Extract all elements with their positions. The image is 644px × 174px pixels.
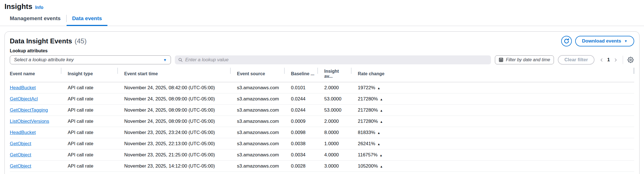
search-placeholder: Enter a lookup value (185, 57, 229, 63)
filter-toolbar: Select a lookup attribute key ▼ Enter a … (10, 55, 634, 65)
insight-type-cell: API call rate (61, 116, 117, 127)
download-events-button[interactable]: Download events ▼ (575, 36, 634, 46)
column-header-event-source[interactable]: Event source (230, 67, 284, 82)
insight-average-cell: 4.0000 (318, 149, 351, 161)
page-header: Insights Info (0, 0, 644, 11)
baseline-cell: 0.0009 (284, 116, 318, 127)
event-start-time-cell: November 23, 2025, 14:12:00 (UTC-05:00) (117, 161, 230, 172)
table-row: GetObjectTagging API call rate November … (10, 105, 634, 116)
rate-change-value: 217280% (358, 119, 378, 124)
tab-data-events[interactable]: Data events (67, 15, 108, 26)
column-header-event-start-time[interactable]: Event start time (117, 67, 230, 82)
rate-change-cell: 217280%▲ (351, 93, 634, 105)
insight-average-cell: 53.0000 (318, 105, 351, 116)
lookup-value-search-input[interactable]: Enter a lookup value (175, 55, 491, 64)
table-row: PutObject API call rate November 23, 202… (10, 172, 634, 174)
caret-down-icon: ▼ (163, 58, 167, 62)
panel-title: Data Insight Events (10, 37, 72, 45)
next-page-button[interactable] (614, 58, 618, 62)
baseline-cell: 0.0244 (284, 93, 318, 105)
panel-count: (45) (75, 37, 87, 45)
chevron-right-icon (614, 58, 618, 62)
rate-up-arrow-icon: ▲ (377, 86, 380, 90)
event-name-link[interactable]: GetObjectAcl (10, 96, 38, 102)
insight-type-cell: API call rate (61, 82, 117, 93)
clear-filter-button[interactable]: Clear filter (558, 55, 594, 65)
event-name-link[interactable]: GetObject (10, 152, 31, 157)
tab-management-events[interactable]: Management events (10, 15, 66, 26)
rate-up-arrow-icon: ▲ (380, 120, 383, 123)
column-header-rate-change[interactable]: Rate change (351, 67, 634, 82)
insight-average-cell: 2.0000 (318, 82, 351, 93)
current-page-number[interactable]: 1 (607, 57, 610, 63)
info-link[interactable]: Info (35, 5, 43, 10)
rate-up-arrow-icon: ▲ (380, 98, 383, 101)
rate-up-arrow-icon: ▲ (377, 131, 380, 135)
rate-up-arrow-icon: ▲ (380, 154, 383, 157)
rate-change-cell: 26241%▲ (351, 138, 634, 149)
event-name-link[interactable]: HeadBucket (10, 130, 36, 135)
insight-type-cell: API call rate (61, 172, 117, 174)
gear-icon (627, 57, 634, 63)
insight-average-cell: 2.0000 (318, 116, 351, 127)
column-header-insight-type[interactable]: Insight type (61, 67, 117, 82)
refresh-button[interactable] (561, 36, 572, 46)
table-preferences-button[interactable] (627, 57, 634, 63)
event-start-time-cell: November 23, 2025, 22:13:00 (UTC-05:00) (117, 138, 230, 149)
data-insight-events-panel: Data Insight Events (45) Download events… (4, 31, 640, 174)
event-start-time-cell: November 23, 2025, 21:25:00 (UTC-05:00) (117, 149, 230, 161)
lookup-attribute-select-placeholder: Select a lookup attribute key (14, 57, 74, 63)
event-start-time-cell: November 23, 2025, 14:09:00 (UTC-05:00) (117, 172, 230, 174)
rate-up-arrow-icon: ▲ (380, 109, 383, 112)
insight-average-cell: 3.0000 (318, 161, 351, 172)
event-name-link[interactable]: GetObject (10, 141, 31, 146)
table-body: HeadBucket API call rate November 24, 20… (10, 82, 634, 174)
refresh-icon (564, 38, 569, 44)
event-source-cell: s3.amazonaws.com (230, 93, 284, 105)
calendar-icon (499, 58, 503, 62)
event-source-cell: s3.amazonaws.com (230, 149, 284, 161)
insight-average-cell: 40.0000 (318, 172, 351, 174)
event-start-time-cell: November 24, 2025, 08:42:00 (UTC-05:00) (117, 82, 230, 93)
table-row: GetObject API call rate November 23, 202… (10, 149, 634, 161)
search-icon (178, 58, 183, 62)
insight-type-cell: API call rate (61, 105, 117, 116)
event-name-link[interactable]: GetObject (10, 163, 31, 169)
event-name-link[interactable]: GetObjectTagging (10, 107, 48, 113)
event-start-time-cell: November 23, 2025, 23:24:00 (UTC-05:00) (117, 127, 230, 138)
event-source-cell: s3.amazonaws.com (230, 105, 284, 116)
event-name-link[interactable]: HeadBucket (10, 85, 36, 90)
date-filter-input[interactable]: Filter by date and time (495, 55, 554, 64)
previous-page-button[interactable] (600, 58, 604, 62)
event-source-cell: s3.amazonaws.com (230, 127, 284, 138)
rate-change-value: 217280% (358, 107, 378, 113)
caret-down-icon: ▼ (624, 39, 627, 43)
event-name-link[interactable]: ListObjectVersions (10, 119, 49, 124)
rate-change-value: 116757% (358, 152, 378, 157)
insight-type-cell: API call rate (61, 93, 117, 105)
baseline-cell: 0.0098 (284, 127, 318, 138)
baseline-cell: 0.0053 (284, 172, 318, 174)
event-start-time-cell: November 24, 2025, 08:09:00 (UTC-05:00) (117, 105, 230, 116)
event-source-cell: s3.amazonaws.com (230, 82, 284, 93)
rate-change-cell: 217280%▲ (351, 116, 634, 127)
rate-change-value: 19722% (358, 85, 375, 90)
lookup-attribute-select[interactable]: Select a lookup attribute key ▼ (10, 55, 171, 64)
column-header-baseline[interactable]: Baseline ... (284, 67, 318, 82)
column-header-insight-average[interactable]: Insight av... (318, 67, 351, 82)
table-row: HeadBucket API call rate November 24, 20… (10, 82, 634, 93)
event-source-cell: s3.amazonaws.com (230, 161, 284, 172)
baseline-cell: 0.0034 (284, 149, 318, 161)
insight-average-cell: 8.0000 (318, 127, 351, 138)
rate-change-cell: 217280%▲ (351, 105, 634, 116)
rate-change-cell: 81833%▲ (351, 127, 634, 138)
baseline-cell: 0.0028 (284, 161, 318, 172)
column-header-event-name[interactable]: Event name (10, 67, 61, 82)
event-start-time-cell: November 24, 2025, 08:09:00 (UTC-05:00) (117, 93, 230, 105)
chevron-left-icon (600, 58, 604, 62)
event-source-cell: s3.amazonaws.com (230, 138, 284, 149)
events-table: Event name Insight type Event start time… (10, 67, 634, 174)
event-start-time-cell: November 24, 2025, 08:09:00 (UTC-05:00) (117, 116, 230, 127)
insight-type-cell: API call rate (61, 127, 117, 138)
table-row: GetObject API call rate November 23, 202… (10, 161, 634, 172)
